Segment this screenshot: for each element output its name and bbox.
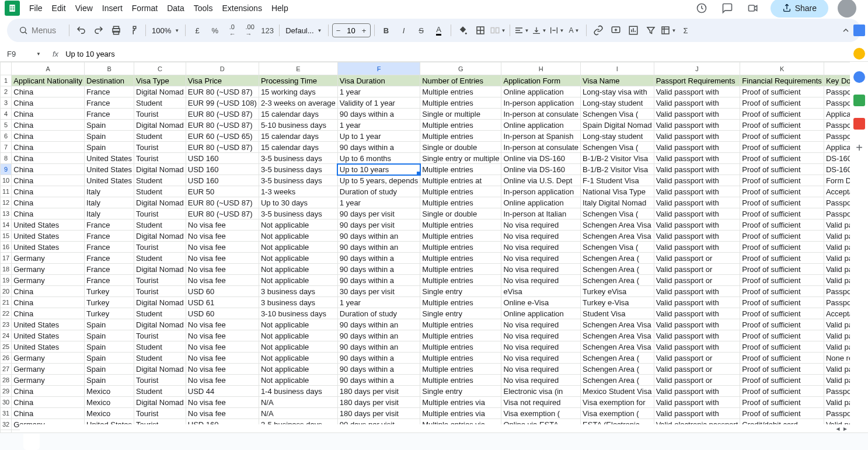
cell[interactable]: Turkey eVisa (581, 286, 654, 297)
menu-data[interactable]: Data (162, 1, 189, 15)
cell[interactable]: Valid passport with (654, 175, 740, 186)
cell[interactable]: No visa required (501, 364, 581, 375)
cell[interactable]: Duration of study (337, 186, 420, 197)
cell[interactable]: No visa fee (186, 397, 259, 408)
cell[interactable]: Valid passport with (654, 341, 740, 353)
cell[interactable]: 90 days within a (337, 375, 420, 386)
undo-icon[interactable] (73, 22, 89, 39)
cell[interactable]: Proof of sufficient (740, 242, 824, 253)
cell[interactable]: No visa fee (186, 375, 259, 386)
cell[interactable]: Valid passport with (654, 109, 740, 120)
cell[interactable]: 3-5 business days (259, 175, 337, 186)
cell[interactable]: United States (85, 175, 134, 186)
row-header-14[interactable]: 14 (1, 219, 12, 231)
cell[interactable]: Digital Nomad (134, 164, 186, 175)
cell[interactable]: 1 year (337, 297, 420, 308)
cell[interactable]: Valid passport or (824, 275, 850, 286)
cell[interactable]: Visa exemption ( (501, 408, 581, 419)
header-cell[interactable]: Visa Price (186, 75, 259, 86)
cell[interactable]: Multiple entries via (420, 408, 501, 419)
cell[interactable]: Turkey (85, 286, 134, 297)
cell[interactable]: No visa required (501, 275, 581, 286)
cell[interactable]: Online via DS-160 (501, 153, 581, 164)
cell[interactable]: Up to 6 months (337, 153, 420, 164)
col-header-A[interactable]: A (12, 62, 85, 75)
cell[interactable]: Schengen Area ( (581, 275, 654, 286)
row-header-30[interactable]: 30 (1, 397, 12, 408)
row-header-17[interactable]: 17 (1, 253, 12, 264)
cell[interactable]: Passport, proof of (824, 197, 850, 208)
cell[interactable]: Multiple entries (420, 353, 501, 364)
cell[interactable]: Online via DS-160 (501, 164, 581, 175)
cell[interactable]: Online application (501, 120, 581, 131)
cell[interactable]: Multiple entries (420, 297, 501, 308)
header-cell[interactable]: Destination (85, 75, 134, 86)
horizontal-scrollbar[interactable]: ◄ ► (20, 424, 850, 432)
borders-icon[interactable] (472, 22, 489, 39)
cell[interactable]: No visa required (501, 219, 581, 231)
cell[interactable]: 90 days within a (337, 109, 420, 120)
functions-icon[interactable]: Σ (678, 22, 694, 39)
cell[interactable]: No visa fee (186, 353, 259, 364)
cell[interactable]: EUR 99 (~USD 108) (186, 97, 259, 109)
cell[interactable]: 90 days within a (337, 364, 420, 375)
increase-decimal-icon[interactable]: .00→ (242, 22, 258, 39)
cell[interactable]: Germany (12, 364, 85, 375)
menu-help[interactable]: Help (267, 1, 293, 15)
cell[interactable]: 3-5 business days (259, 153, 337, 164)
cell[interactable]: Valid passport with (654, 219, 740, 231)
cell[interactable]: Turkey e-Visa (581, 297, 654, 308)
row-header-32[interactable]: 32 (1, 419, 12, 430)
cell[interactable]: Multiple entries (420, 264, 501, 275)
cell[interactable]: No visa fee (186, 231, 259, 242)
row-header-27[interactable]: 27 (1, 364, 12, 375)
cell[interactable]: Germany (12, 353, 85, 364)
cell[interactable]: Proof of sufficient (740, 375, 824, 386)
cell[interactable]: Proof of sufficient (740, 131, 824, 142)
cell[interactable]: Single entry (420, 386, 501, 397)
cell[interactable]: USD 60 (186, 308, 259, 319)
cell[interactable]: China (12, 397, 85, 408)
cell[interactable]: 90 days within a (337, 353, 420, 364)
cell[interactable]: Proof of sufficient (740, 297, 824, 308)
row-header-23[interactable]: 23 (1, 319, 12, 330)
cell[interactable]: Valid passport or (824, 264, 850, 275)
cell[interactable]: Tourist (134, 330, 186, 341)
row-header-8[interactable]: 8 (1, 153, 12, 164)
decrease-font-icon[interactable]: − (333, 26, 344, 35)
filter-views-icon[interactable]: ▼ (660, 22, 677, 39)
cell[interactable]: Tourist (134, 109, 186, 120)
cell[interactable]: Multiple entries at (420, 175, 501, 186)
cell[interactable]: Online application (501, 197, 581, 208)
font-size-input[interactable] (344, 26, 358, 35)
cell[interactable]: EUR 60 (~USD 65) (186, 131, 259, 142)
history-icon[interactable] (693, 0, 710, 16)
cell[interactable]: In-person application (501, 186, 581, 197)
cell[interactable]: Student (134, 186, 186, 197)
cell[interactable]: Not applicable (259, 364, 337, 375)
cell[interactable]: Valid passport or (654, 275, 740, 286)
italic-icon[interactable]: I (396, 22, 412, 39)
cell[interactable]: Tourist (134, 408, 186, 419)
cell[interactable]: Schengen Area ( (581, 364, 654, 375)
row-header-22[interactable]: 22 (1, 308, 12, 319)
cell[interactable]: Valid passport with (654, 297, 740, 308)
cell[interactable]: Student (134, 253, 186, 264)
cell[interactable]: Long-stay student (581, 97, 654, 109)
cell[interactable]: Online application (501, 86, 581, 97)
cell[interactable]: Proof of sufficient (740, 197, 824, 208)
cell[interactable]: No visa required (501, 375, 581, 386)
cell[interactable]: Schengen Area Visa (581, 341, 654, 353)
col-header-J[interactable]: J (654, 62, 740, 75)
strikethrough-icon[interactable]: S (413, 22, 430, 39)
cell[interactable]: Tourist (134, 142, 186, 153)
cell[interactable]: Valid passport (824, 242, 850, 253)
cell[interactable]: Germany (12, 264, 85, 275)
text-rotation-icon[interactable]: A▼ (566, 22, 583, 39)
row-header-6[interactable]: 6 (1, 131, 12, 142)
cell[interactable]: Germany (12, 253, 85, 264)
cell[interactable]: Up to 5 years, depends (337, 175, 420, 186)
cell[interactable]: Digital Nomad (134, 86, 186, 97)
cell[interactable]: China (12, 386, 85, 397)
cell[interactable]: Multiple entries (420, 131, 501, 142)
